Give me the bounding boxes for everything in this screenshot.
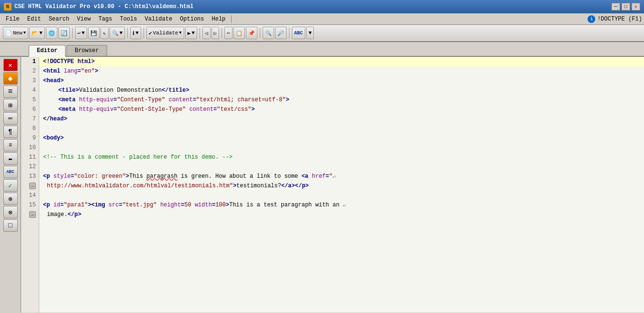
open-icon: 📂 (32, 30, 38, 36)
tab-editor[interactable]: Editor (29, 45, 66, 57)
grid-button[interactable]: ⊞ (3, 99, 18, 111)
run-icon: ▶ (188, 30, 191, 36)
paste-button[interactable]: 📌 (246, 27, 257, 39)
tag-head: <head> (43, 76, 64, 86)
code-line-14 (39, 191, 644, 200)
toolbar-sep-6 (260, 28, 260, 38)
refresh-button[interactable]: 🔄 (58, 27, 70, 39)
save-button[interactable]: 💾 (88, 27, 100, 39)
forward-button[interactable]: ▷ (211, 27, 220, 39)
info-dropdown: ▼ (135, 30, 139, 36)
menu-tools[interactable]: Tools (116, 15, 141, 23)
window-side-button[interactable]: □ (3, 219, 18, 232)
validate-button[interactable]: ✔ Validate ▼ (146, 27, 184, 39)
copy-icon: 📋 (236, 30, 243, 36)
block-button[interactable]: ▬ (3, 152, 18, 165)
validate-label: Validate (153, 30, 178, 36)
close-button[interactable]: ✕ (632, 3, 640, 11)
remove-side-button[interactable]: ⊗ (3, 206, 18, 218)
browse-icon: 🔍 (112, 30, 119, 36)
new-button[interactable]: 📄 New ▼ (3, 27, 28, 39)
paragraph-button[interactable]: ¶ (3, 126, 18, 138)
copy-button[interactable]: 📋 (233, 27, 245, 39)
code-line-11: <!-- This is a comment - placed here for… (39, 152, 644, 162)
validate-side-button[interactable]: ✓ (3, 179, 18, 192)
paste-icon: 📌 (248, 30, 255, 36)
add-side-button[interactable]: ⊕ (3, 193, 18, 205)
bookmark-button[interactable]: ◆ (3, 72, 18, 85)
main-area: ✕ ◆ ≡ ⊞ ═ ¶ ≡ ▬ ABC ✓ ⊕ ⊗ □ 1 2 3 4 5 6 … (0, 57, 644, 313)
tab-bar: Editor Browser (0, 42, 644, 57)
cursor-button[interactable]: ↖ (100, 27, 109, 39)
window-title: CSE HTML Validator Pro v10.00 - C:\html\… (14, 3, 193, 10)
code-editor[interactable]: 1 2 3 4 5 6 7 8 9 10 11 12 13 ↵ 14 15 (21, 57, 644, 313)
find-icon: 🔍 (265, 30, 272, 36)
separator-button[interactable]: ═ (3, 112, 18, 125)
close-error-button[interactable]: ✕ (3, 59, 18, 71)
line-num-1: 1 (33, 57, 36, 66)
window-controls: ─ □ ✕ (611, 3, 640, 11)
doctype-indicator[interactable]: i !DOCTYPE (F1) (588, 15, 642, 23)
browse-button[interactable]: 🔍▼ (110, 27, 125, 39)
doctype-icon: i (588, 15, 595, 23)
code-line-8 (39, 124, 644, 133)
code-line-13-cont: http://www.htmlvalidator.com/htmlval/tes… (39, 181, 644, 191)
line-num-11: 11 (29, 152, 36, 162)
line-num-3: 3 (33, 76, 36, 86)
menu-edit[interactable]: Edit (23, 15, 45, 23)
app-icon: N (4, 3, 11, 11)
code-line-3: <head> (39, 76, 644, 86)
spell-check-button[interactable]: ABC (3, 166, 18, 178)
find-button[interactable]: 🔍 (263, 27, 274, 39)
menu-options[interactable]: Options (176, 15, 208, 23)
redo-dropdown: ▼ (81, 30, 85, 36)
refresh-icon: 🔄 (61, 30, 67, 36)
line-num-15-cont: ↵ (29, 210, 36, 219)
browse-dropdown: ▼ (120, 30, 123, 36)
code-line-9: <body> (39, 133, 644, 143)
menu-tags[interactable]: Tags (95, 15, 116, 23)
menu-search[interactable]: Search (45, 15, 73, 23)
sidebar: ✕ ◆ ≡ ⊞ ═ ¶ ≡ ▬ ABC ✓ ⊕ ⊗ □ (0, 57, 21, 313)
info-button[interactable]: ℹ▼ (130, 27, 141, 39)
tab-browser[interactable]: Browser (67, 45, 107, 56)
run-button[interactable]: ▶▼ (185, 27, 197, 39)
new-icon: 📄 (5, 30, 12, 36)
toolbar-sep-4 (200, 28, 200, 38)
menu-file[interactable]: File (2, 15, 23, 23)
open-button[interactable]: 📂▼ (29, 27, 45, 39)
validate-dropdown[interactable]: ▼ (179, 31, 181, 35)
code-line-5: <meta http-equiv="Content-Type" content=… (39, 95, 644, 105)
list-button[interactable]: ≡ (3, 86, 18, 98)
open-dropdown: ▼ (39, 30, 43, 36)
lines-button[interactable]: ≡ (3, 139, 18, 151)
minimize-button[interactable]: ─ (611, 3, 620, 11)
globe-button[interactable]: 🌐 (46, 27, 57, 39)
new-dropdown-arrow[interactable]: ▼ (23, 31, 26, 35)
new-label: New (13, 30, 22, 36)
maximize-button[interactable]: □ (622, 3, 630, 11)
menu-help[interactable]: Help (208, 15, 230, 23)
code-lines[interactable]: <!DOCTYPE html> <html lang="en"> <head> … (39, 57, 644, 313)
run-dropdown: ▼ (191, 30, 195, 36)
cut-button[interactable]: ✂ (224, 27, 233, 39)
line-num-13: 13 (29, 172, 36, 181)
replace-button[interactable]: 🔎 (275, 27, 287, 39)
back-button[interactable]: ◁ (202, 27, 211, 39)
redo-icon: ↩ (78, 30, 81, 36)
globe-icon: 🌐 (48, 30, 55, 36)
line-num-5: 5 (33, 95, 36, 105)
redo-button[interactable]: ↩▼ (75, 27, 87, 39)
menu-validate[interactable]: Validate (141, 15, 176, 23)
line-num-14: 14 (29, 191, 36, 200)
line-num-2: 2 (33, 66, 36, 76)
code-line-12 (39, 162, 644, 172)
replace-icon: 🔎 (278, 30, 284, 36)
spellcheck-button[interactable]: ABC (292, 27, 305, 39)
menu-view[interactable]: View (73, 15, 95, 23)
back-icon: ◁ (205, 30, 208, 36)
code-line-15: <p id="para1"><img src="test.jpg" height… (39, 200, 644, 210)
toolbar-sep-3 (144, 28, 144, 38)
line-num-8: 8 (33, 124, 36, 133)
extra-button[interactable]: ▼ (306, 27, 314, 39)
